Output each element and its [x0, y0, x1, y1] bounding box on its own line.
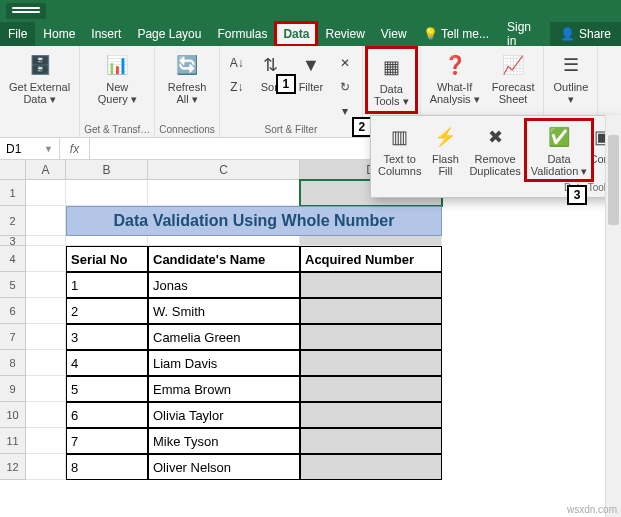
outline-icon: ☰	[557, 51, 585, 79]
row-head[interactable]: 12	[0, 454, 26, 480]
tab-home[interactable]: Home	[35, 22, 83, 46]
cell-acq[interactable]	[300, 428, 442, 454]
header-acquired[interactable]: Acquired Number	[300, 246, 442, 272]
sort-asc-icon: A↓	[229, 55, 245, 71]
tab-formulas[interactable]: Formulas	[209, 22, 275, 46]
title-bar	[0, 0, 621, 22]
group-label	[38, 122, 41, 137]
row-head[interactable]: 5	[0, 272, 26, 298]
col-head-a[interactable]: A	[26, 160, 66, 180]
row-head[interactable]: 3	[0, 236, 26, 246]
cell-serial[interactable]: 7	[66, 428, 148, 454]
cell-acq[interactable]	[300, 324, 442, 350]
ribbon-tabs: File Home Insert Page Layou Formulas Dat…	[0, 22, 621, 46]
whatif-icon: ❓	[441, 51, 469, 79]
reapply-button[interactable]: ↻	[332, 76, 358, 98]
row-head[interactable]: 8	[0, 350, 26, 376]
title-cell[interactable]: Data Validation Using Whole Number	[66, 206, 442, 236]
new-query-button[interactable]: 📊New Query ▾	[93, 48, 142, 108]
tab-view[interactable]: View	[373, 22, 415, 46]
tab-insert[interactable]: Insert	[83, 22, 129, 46]
cell-acq[interactable]	[300, 350, 442, 376]
select-all-corner[interactable]	[0, 160, 26, 180]
chevron-down-icon: ▼	[44, 144, 53, 154]
sort-desc-button[interactable]: Z↓	[224, 76, 250, 98]
refresh-icon: 🔄	[173, 51, 201, 79]
clear-button[interactable]: ✕	[332, 52, 358, 74]
quick-access-menu[interactable]	[6, 3, 46, 19]
cell-serial[interactable]: 4	[66, 350, 148, 376]
tab-file[interactable]: File	[0, 22, 35, 46]
clear-icon: ✕	[337, 55, 353, 71]
cell-serial[interactable]: 3	[66, 324, 148, 350]
tab-tellme[interactable]: 💡 Tell me...	[415, 22, 497, 46]
cell-serial[interactable]: 5	[66, 376, 148, 402]
fx-button[interactable]: fx	[60, 138, 90, 159]
share-button[interactable]: 👤Share	[550, 22, 621, 46]
cell-name[interactable]: Mike Tyson	[148, 428, 300, 454]
cell-serial[interactable]: 2	[66, 298, 148, 324]
cell-name[interactable]: W. Smith	[148, 298, 300, 324]
refresh-all-button[interactable]: 🔄Refresh All ▾	[163, 48, 212, 108]
text-columns-icon: ▥	[386, 123, 414, 151]
data-tools-button[interactable]: ▦Data Tools ▾	[367, 48, 416, 112]
sort-desc-icon: Z↓	[229, 79, 245, 95]
flash-fill-button[interactable]: ⚡Flash Fill	[426, 120, 464, 180]
callout-3: 3	[567, 185, 587, 205]
data-tools-icon: ▦	[377, 53, 405, 81]
row-head[interactable]: 4	[0, 246, 26, 272]
tab-pagelayout[interactable]: Page Layou	[129, 22, 209, 46]
lightbulb-icon: 💡	[423, 27, 438, 41]
sort-asc-button[interactable]: A↓	[224, 52, 250, 74]
cell-serial[interactable]: 6	[66, 402, 148, 428]
whatif-button[interactable]: ❓What-If Analysis ▾	[425, 48, 485, 108]
remove-dup-icon: ✖	[481, 123, 509, 151]
cell-name[interactable]: Olivia Taylor	[148, 402, 300, 428]
cell-name[interactable]: Emma Brown	[148, 376, 300, 402]
tab-review[interactable]: Review	[317, 22, 372, 46]
advanced-icon: ▾	[337, 103, 353, 119]
row-head[interactable]: 6	[0, 298, 26, 324]
remove-duplicates-button[interactable]: ✖Remove Duplicates	[464, 120, 525, 180]
group-label-gettrans: Get & Transf…	[84, 122, 150, 137]
cell-acq[interactable]	[300, 376, 442, 402]
cell-acq[interactable]	[300, 298, 442, 324]
group-label-connections: Connections	[159, 122, 215, 137]
callout-2: 2	[352, 117, 372, 137]
get-external-data-button[interactable]: 🗄️Get External Data ▾	[4, 48, 75, 108]
text-to-columns-button[interactable]: ▥Text to Columns	[373, 120, 426, 180]
signin-link[interactable]: Sign in	[497, 22, 550, 46]
worksheet-grid[interactable]: A B C D 1 2 Data Validation Using Whole …	[0, 160, 621, 480]
flash-fill-icon: ⚡	[431, 123, 459, 151]
row-head[interactable]: 1	[0, 180, 26, 206]
row-head[interactable]: 7	[0, 324, 26, 350]
row-head[interactable]: 11	[0, 428, 26, 454]
cell-serial[interactable]: 1	[66, 272, 148, 298]
cell-name[interactable]: Liam Davis	[148, 350, 300, 376]
vertical-scrollbar[interactable]	[605, 115, 621, 517]
data-validation-icon: ✅	[545, 123, 573, 151]
col-head-b[interactable]: B	[66, 160, 148, 180]
header-serial[interactable]: Serial No	[66, 246, 148, 272]
query-icon: 📊	[103, 51, 131, 79]
cell-name[interactable]: Oliver Nelson	[148, 454, 300, 480]
tab-data[interactable]: Data	[275, 22, 317, 46]
forecast-sheet-button[interactable]: 📈Forecast Sheet	[487, 48, 540, 108]
outline-button[interactable]: ☰Outline ▾	[548, 48, 593, 108]
row-head[interactable]: 10	[0, 402, 26, 428]
filter-button[interactable]: ▼Filter	[292, 48, 330, 96]
row-head[interactable]: 9	[0, 376, 26, 402]
cell-acq[interactable]	[300, 402, 442, 428]
name-box[interactable]: D1▼	[0, 138, 60, 159]
cell-name[interactable]: Jonas	[148, 272, 300, 298]
cell-name[interactable]: Camelia Green	[148, 324, 300, 350]
cell-serial[interactable]: 8	[66, 454, 148, 480]
row-head[interactable]: 2	[0, 206, 26, 236]
group-label-sortfilter: Sort & Filter	[264, 122, 317, 137]
col-head-c[interactable]: C	[148, 160, 300, 180]
data-validation-button[interactable]: ✅Data Validation ▾	[526, 120, 593, 180]
scrollbar-thumb[interactable]	[608, 135, 619, 225]
header-candidate[interactable]: Candidate's Name	[148, 246, 300, 272]
cell-acq[interactable]	[300, 272, 442, 298]
cell-acq[interactable]	[300, 454, 442, 480]
